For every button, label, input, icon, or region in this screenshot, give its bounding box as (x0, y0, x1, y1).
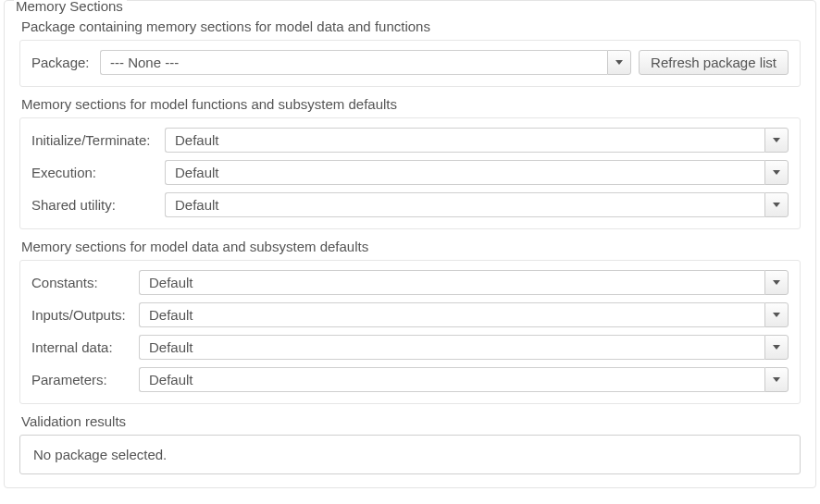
panel-title: Memory Sections (14, 0, 127, 14)
caret-down-icon (773, 345, 780, 350)
memory-sections-panel: Memory Sections Package containing memor… (4, 0, 816, 488)
internal-data-button[interactable] (764, 335, 789, 360)
initialize-terminate-button[interactable] (764, 128, 789, 153)
section-title-package: Package containing memory sections for m… (21, 18, 806, 34)
package-row: Package: --- None --- Refresh package li… (31, 50, 789, 75)
validation-message: No package selected. (33, 447, 167, 462)
caret-down-icon (773, 138, 780, 142)
package-select-button[interactable] (607, 50, 631, 75)
caret-down-icon (773, 170, 780, 175)
constants-button[interactable] (764, 270, 789, 295)
constants-select[interactable]: Default (139, 270, 789, 295)
execution-row: Execution: Default (31, 160, 789, 185)
shared-utility-select[interactable]: Default (165, 192, 789, 217)
shared-utility-label: Shared utility: (31, 197, 165, 213)
internal-data-row: Internal data: Default (31, 335, 789, 360)
initialize-terminate-row: Initialize/Terminate: Default (31, 128, 789, 153)
parameters-value: Default (139, 367, 764, 392)
constants-label: Constants: (31, 275, 139, 290)
execution-label: Execution: (31, 165, 165, 180)
validation-results-box: No package selected. (19, 435, 801, 474)
caret-down-icon (615, 60, 623, 65)
parameters-row: Parameters: Default (31, 367, 789, 392)
constants-row: Constants: Default (31, 270, 789, 295)
internal-data-value: Default (139, 335, 764, 360)
section-title-functions: Memory sections for model functions and … (21, 96, 806, 112)
parameters-select[interactable]: Default (139, 367, 789, 392)
constants-value: Default (139, 270, 764, 295)
internal-data-label: Internal data: (31, 339, 139, 355)
internal-data-select[interactable]: Default (139, 335, 789, 360)
inputs-outputs-row: Inputs/Outputs: Default (31, 302, 789, 327)
inputs-outputs-button[interactable] (764, 302, 789, 327)
shared-utility-row: Shared utility: Default (31, 192, 789, 217)
inputs-outputs-label: Inputs/Outputs: (31, 307, 139, 323)
functions-box: Initialize/Terminate: Default Execution:… (19, 117, 801, 229)
parameters-button[interactable] (764, 367, 789, 392)
package-select[interactable]: --- None --- (100, 50, 631, 75)
refresh-package-list-button[interactable]: Refresh package list (639, 50, 789, 75)
inputs-outputs-value: Default (139, 302, 764, 327)
initialize-terminate-label: Initialize/Terminate: (31, 132, 165, 148)
package-label: Package: (31, 55, 100, 70)
data-box: Constants: Default Inputs/Outputs: Defau… (19, 260, 801, 404)
caret-down-icon (773, 313, 780, 317)
caret-down-icon (773, 377, 780, 382)
initialize-terminate-select[interactable]: Default (165, 128, 789, 153)
execution-value: Default (165, 160, 764, 185)
execution-select[interactable]: Default (165, 160, 789, 185)
package-select-value: --- None --- (100, 50, 607, 75)
shared-utility-button[interactable] (764, 192, 789, 217)
inputs-outputs-select[interactable]: Default (139, 302, 789, 327)
section-title-validation: Validation results (21, 413, 806, 429)
shared-utility-value: Default (165, 192, 764, 217)
parameters-label: Parameters: (31, 372, 139, 387)
package-box: Package: --- None --- Refresh package li… (19, 40, 801, 87)
execution-button[interactable] (764, 160, 789, 185)
caret-down-icon (773, 280, 780, 285)
section-title-data: Memory sections for model data and subsy… (21, 239, 806, 254)
initialize-terminate-value: Default (165, 128, 764, 153)
caret-down-icon (773, 203, 780, 207)
